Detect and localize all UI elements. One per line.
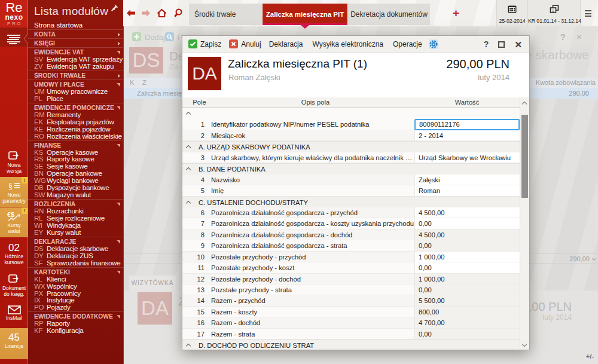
module-item-code: SF (34, 259, 47, 267)
document-tab[interactable]: Dekretacja dokumentów (348, 4, 430, 25)
field-row[interactable]: 17 Razem - strata 0,00 (182, 329, 520, 339)
menu-operacje[interactable]: Operacje (393, 40, 422, 48)
aggregate-dropdown-icon[interactable] (592, 256, 596, 261)
field-row[interactable]: 11 Pozostałe przychody - koszt 0,00 (182, 262, 520, 273)
menu-deklaracja[interactable]: Deklaracja (269, 40, 303, 48)
field-value[interactable]: 4 500,00 (414, 230, 520, 240)
field-value[interactable]: 1 000,00 (414, 274, 520, 285)
module-item[interactable]: EYKursy walut (28, 229, 123, 236)
scroll-up-icon[interactable] (522, 102, 527, 106)
column-opis[interactable]: Opis pola (216, 97, 414, 108)
menu-wysylka[interactable]: Wysyłka elektroniczna (312, 40, 383, 48)
field-value[interactable]: 4 500,00 (414, 207, 520, 218)
field-row[interactable]: 6 Pozarolnicza działalność gospodarcza -… (182, 207, 520, 218)
field-row[interactable]: 5 Imię Roman (182, 185, 520, 196)
forward-icon[interactable] (142, 10, 150, 17)
module-item[interactable]: PLPłace (28, 95, 123, 102)
field-value[interactable]: Roman (414, 185, 520, 196)
filter-k[interactable]: K (130, 79, 134, 86)
section-row[interactable]: B. DANE PODATNIKA (182, 163, 520, 174)
book-period-box[interactable]: 1 KR 01.01.14 - 31.12.14 (527, 0, 581, 26)
scrollbar-thumb[interactable] (521, 115, 528, 198)
column-pole[interactable]: Pole (182, 97, 216, 108)
dialog-help-button[interactable]: ? (484, 39, 489, 49)
module-item[interactable]: POPojazdy (28, 304, 123, 311)
module-home-item[interactable]: Strona startowa (28, 21, 123, 29)
document-tab[interactable]: Zaliczka miesięczna PIT (263, 4, 347, 25)
module-group-header[interactable]: EWIDENCJE VAT (28, 47, 123, 56)
cancel-button[interactable]: Anuluj (229, 39, 261, 48)
module-group-header[interactable]: ROZLICZENIA (28, 199, 123, 207)
search-icon[interactable] (173, 8, 182, 18)
module-group-header[interactable]: UMOWY I PŁACE (28, 79, 123, 88)
rail-item[interactable]: ! § Nowe parametry (0, 177, 28, 207)
field-row[interactable]: 2 Miesiąc-rok 2 - 2014 (182, 130, 520, 141)
field-row[interactable]: 3 Urząd skarbowy, którym kieruje właściw… (182, 152, 520, 163)
field-row[interactable]: 16 Razem - dochód 4 700,00 (182, 317, 520, 328)
section-row[interactable]: A. URZĄD SKARBOWY PODATNIKA (182, 141, 520, 152)
home-icon[interactable] (157, 8, 167, 18)
field-value[interactable]: 1 000,00 (414, 252, 520, 262)
column-wartosc[interactable]: Wartość (414, 97, 520, 108)
filter-z[interactable]: Z (142, 79, 147, 86)
rail-item[interactable]: Dokument do księg. (0, 270, 28, 299)
module-group-header[interactable]: EWIDENCJE POMOCNICZE (28, 103, 123, 111)
module-item[interactable]: RORozliczenia właścicielskie (28, 133, 123, 140)
section-row[interactable]: C. USTALENIE DOCHODU/STRATY (182, 197, 520, 207)
field-row[interactable]: 4 Nazwisko Załęski (182, 175, 520, 185)
field-value[interactable]: 0,00 (414, 329, 520, 339)
field-value[interactable]: 2 - 2014 (414, 130, 520, 141)
field-row[interactable]: 1 Identyfikator podatkowy NIP/numer PESE… (182, 119, 520, 130)
save-button[interactable]: Zapisz (188, 39, 221, 48)
work-date-box[interactable]: 25-02-2014 (496, 0, 527, 26)
field-row[interactable]: 13 Pozstałe przychody - strata 0,00 (182, 285, 520, 295)
module-item[interactable]: ZVEwidencja VAT zakupu (28, 63, 123, 70)
dialog-close-button[interactable]: ✕ (514, 40, 522, 49)
tab-wizytowka[interactable]: WIZYTÓWKA (129, 276, 176, 290)
scroll-down-icon[interactable] (522, 342, 527, 347)
dialog-maximize-button[interactable] (498, 41, 505, 48)
dialog-scrollbar[interactable] (520, 97, 529, 350)
module-group-header[interactable]: EWIDENCJE DODATKOWE (28, 311, 123, 320)
rail-item[interactable]: InsMail (0, 300, 28, 326)
field-value[interactable]: Załęski (414, 175, 520, 185)
bar-menu-icon[interactable] (585, 10, 591, 19)
module-group-header[interactable]: ŚRODKI TRWAŁE (28, 71, 123, 79)
field-row[interactable]: 12 Pozostałe przychody - dochód 1 000,00 (182, 274, 520, 285)
field-row[interactable]: 15 Razem - koszty 800,00 (182, 307, 520, 317)
field-value[interactable]: 0,00 (414, 285, 520, 295)
field-value[interactable]: 80090112176 (414, 119, 520, 130)
back-icon[interactable] (127, 10, 135, 17)
module-group-header[interactable]: DEKLARACJE (28, 237, 123, 245)
section-row[interactable]: D. DOCHÓD PO ODLICZENIU STRAT (182, 339, 520, 350)
module-group-header[interactable]: FINANSE (28, 140, 123, 149)
rail-item[interactable]: Nowa wersja (0, 147, 28, 176)
field-row[interactable]: 14 Razem - przychód 5 500,00 (182, 295, 520, 306)
collapse-all-row[interactable] (182, 108, 520, 119)
module-group-header[interactable]: KSIĘGI (28, 38, 123, 47)
module-item[interactable]: KFKonfiguracja (28, 327, 123, 334)
new-tab-button[interactable]: + (453, 7, 459, 19)
rail-item[interactable]: 45 Licencje (0, 328, 28, 359)
field-row[interactable]: 10 Pozostałe przychody - przychód 1 000,… (182, 252, 520, 262)
rail-item[interactable]: 02 Różnice kursowe (0, 238, 28, 269)
module-group-header[interactable]: KONTA (28, 29, 123, 38)
field-value[interactable]: Urząd Skarbowy we Wrocławiu (414, 152, 520, 163)
field-row[interactable]: 8 Pozarolnicza działalność gospodarcza -… (182, 230, 520, 240)
field-value[interactable]: 4 700,00 (414, 317, 520, 328)
module-group-header[interactable]: KARTOTEKI (28, 267, 123, 276)
field-value[interactable]: 5 500,00 (414, 295, 520, 306)
field-value[interactable]: 0,00 (414, 262, 520, 273)
field-value[interactable]: 800,00 (414, 307, 520, 317)
field-row[interactable]: 9 Pozarolnicza działalność gospodarcza -… (182, 240, 520, 251)
module-item[interactable]: SWMagazyn walut (28, 191, 123, 198)
field-value[interactable]: 0,00 (414, 218, 520, 229)
field-value[interactable]: 0,00 (414, 240, 520, 251)
rail-item[interactable]: ! €$ Kursy walut (0, 207, 28, 237)
settings-gear-icon[interactable] (429, 39, 438, 49)
pin-icon[interactable] (111, 4, 118, 11)
module-item[interactable]: SFSprawozdania finansowe (28, 259, 123, 267)
module-item[interactable]: PXPracownicy (28, 290, 123, 297)
document-tab[interactable]: Środki trwałe (189, 4, 262, 25)
field-row[interactable]: 7 Pozarolnicza działalność gospodarcza -… (182, 218, 520, 229)
